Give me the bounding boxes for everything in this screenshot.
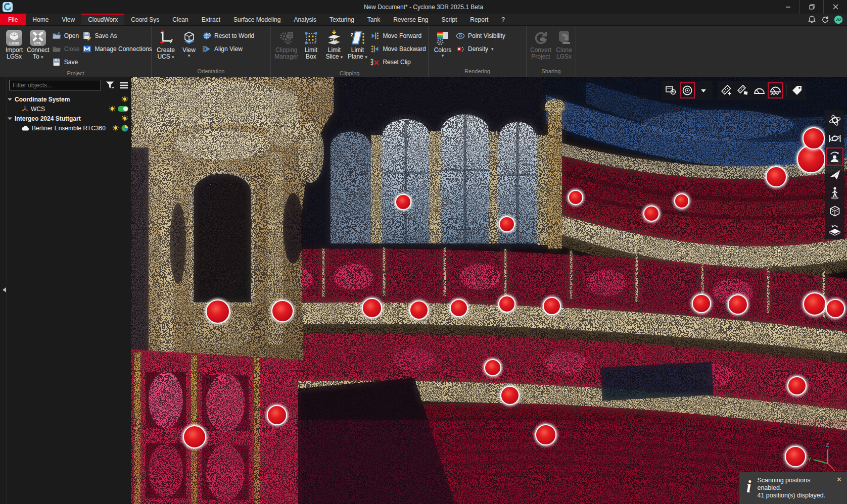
open-button[interactable]: Open	[51, 31, 81, 41]
tab-clean[interactable]: Clean	[166, 14, 195, 25]
tab-coord-sys[interactable]: Coord Sys	[124, 14, 166, 25]
scan-position-marker[interactable]	[499, 385, 521, 406]
tab-report[interactable]: Report	[463, 14, 495, 25]
tab-tank[interactable]: Tank	[361, 14, 387, 25]
tab-view[interactable]: View	[55, 14, 81, 25]
limit-plane-button[interactable]: zLimitPlane ▾	[346, 27, 369, 60]
density-button[interactable]: Density▾	[454, 44, 507, 54]
scan-position-marker[interactable]	[642, 205, 661, 223]
reset-to-world-button[interactable]: Reset to World	[201, 31, 256, 41]
close-button[interactable]	[823, 0, 847, 14]
limit-slice-button[interactable]: LimitSlice ▾	[322, 27, 346, 60]
walk-mode[interactable]	[826, 184, 843, 202]
tab-file[interactable]: File	[0, 14, 26, 25]
bell-icon[interactable]	[808, 15, 816, 24]
constrained-orbit-mode[interactable]	[826, 129, 843, 147]
colors-button[interactable]: Colors▾	[431, 27, 454, 58]
import-lgsx-button[interactable]: LGSxImportLGSx	[3, 27, 26, 60]
angle-measurement[interactable]	[751, 82, 767, 98]
manage-connections-button[interactable]: Manage Connections	[81, 44, 153, 54]
move-forward-button[interactable]: Move Forward	[369, 31, 427, 41]
scan-position-marker[interactable]	[270, 299, 295, 323]
save-as-button[interactable]: Save As	[81, 31, 153, 41]
scan-position-marker[interactable]	[205, 298, 231, 325]
limit-box-button[interactable]: LimitBox	[299, 27, 322, 60]
tab-texturing[interactable]: Texturing	[323, 14, 361, 25]
reset-view[interactable]	[826, 220, 843, 238]
move-backward-button[interactable]: Move Backward	[369, 44, 427, 54]
scan-position-marker[interactable]	[361, 297, 383, 319]
view-button[interactable]: View▾	[177, 27, 201, 58]
app-icon[interactable]	[3, 2, 13, 12]
connect-to-button[interactable]: CYEConnectTo ▾	[26, 27, 51, 60]
tab-cloudworx[interactable]: CloudWorx	[81, 14, 124, 25]
viewport-3d[interactable]: Z Y X i Scanning positionsenabled.41 pos…	[131, 77, 847, 504]
scan-positions[interactable]	[680, 82, 695, 98]
panel-collapse-handle[interactable]	[2, 286, 8, 294]
tab-reverse-eng[interactable]: Reverse Eng	[387, 14, 435, 25]
tab-surface-modeling[interactable]: Surface Modeling	[227, 14, 287, 25]
scan-positions-dropdown[interactable]	[696, 82, 711, 98]
filter-icon[interactable]	[106, 81, 115, 89]
scan-position-marker[interactable]	[497, 294, 516, 314]
tab-script[interactable]: Script	[435, 14, 464, 25]
scan-position-marker[interactable]	[408, 299, 430, 321]
scan-position-marker[interactable]	[394, 193, 412, 211]
align-view-button[interactable]: Align View	[201, 44, 256, 54]
scan-position-marker[interactable]	[498, 215, 516, 233]
bulb-icon[interactable]	[121, 96, 128, 103]
create-ucs-button[interactable]: CreateUCS ▾	[154, 27, 177, 60]
tree-item-intergeo-2024-stuttgart[interactable]: Intergeo 2024 Stuttgart	[0, 114, 131, 123]
scan-position-marker[interactable]	[449, 298, 469, 318]
scan-position-marker[interactable]	[673, 192, 690, 210]
scan-position-marker[interactable]	[542, 296, 562, 316]
notification-close-icon[interactable]: ✕	[836, 476, 842, 483]
tab--[interactable]: ?	[495, 14, 511, 25]
pano-window-link[interactable]	[664, 82, 679, 98]
labels[interactable]	[789, 82, 805, 98]
scan-position-marker[interactable]	[266, 404, 288, 426]
orbit-mode[interactable]	[826, 111, 843, 129]
panel-menu-icon[interactable]	[119, 82, 128, 89]
account-icon[interactable]	[834, 15, 843, 24]
box-measurement[interactable]	[735, 82, 750, 98]
scan-position-marker[interactable]	[825, 298, 846, 319]
expand-icon[interactable]	[7, 116, 13, 121]
fly-mode[interactable]	[826, 166, 843, 184]
minimize-button[interactable]	[776, 0, 799, 14]
filter-objects-input[interactable]	[9, 80, 101, 90]
scan-position-marker[interactable]	[567, 189, 584, 206]
scan-position-marker[interactable]	[727, 293, 749, 316]
scan-position-marker[interactable]	[765, 165, 788, 188]
expand-icon[interactable]	[7, 97, 13, 102]
tree-item-coordinate-system[interactable]: Coordinate System	[0, 94, 131, 104]
scan-position-marker[interactable]	[802, 126, 826, 150]
tree-item-berliner-ensemble-rtc360[interactable]: Berliner Ensemble RTC360	[0, 123, 131, 133]
view-cube[interactable]	[826, 202, 843, 220]
scan-position-marker[interactable]	[802, 291, 827, 317]
save-button[interactable]: Save	[51, 57, 81, 67]
scan-position-marker[interactable]	[534, 423, 557, 446]
tab-analysis[interactable]: Analysis	[287, 14, 323, 25]
scan-position-marker[interactable]	[483, 358, 502, 377]
visibility-toggle[interactable]	[118, 106, 128, 112]
tab-extract[interactable]: Extract	[195, 14, 227, 25]
restore-button[interactable]	[799, 0, 823, 14]
scan-position-marker[interactable]	[786, 375, 808, 396]
scan-position-marker[interactable]	[182, 424, 207, 449]
sync-icon[interactable]	[821, 15, 829, 24]
lod-icon[interactable]	[121, 125, 128, 132]
bulb-icon[interactable]	[109, 106, 116, 113]
examine-mode[interactable]	[826, 147, 843, 166]
ribbon-group-project: LGSxImportLGSxCYEConnectTo ▾OpenCloseSav…	[0, 26, 152, 77]
tree-item-wcs[interactable]: WCS	[0, 104, 131, 114]
surface-measurement[interactable]	[768, 82, 783, 98]
scan-position-marker[interactable]	[784, 445, 807, 468]
scan-position-marker[interactable]	[691, 293, 712, 314]
point-visibility-button[interactable]: Point Visibility	[454, 31, 507, 41]
bulb-icon[interactable]	[121, 115, 128, 122]
reset-clip-button[interactable]: Reset Clip	[369, 57, 427, 67]
add-measurement[interactable]	[719, 82, 734, 98]
bulb-icon[interactable]	[112, 125, 119, 132]
tab-home[interactable]: Home	[26, 14, 55, 25]
